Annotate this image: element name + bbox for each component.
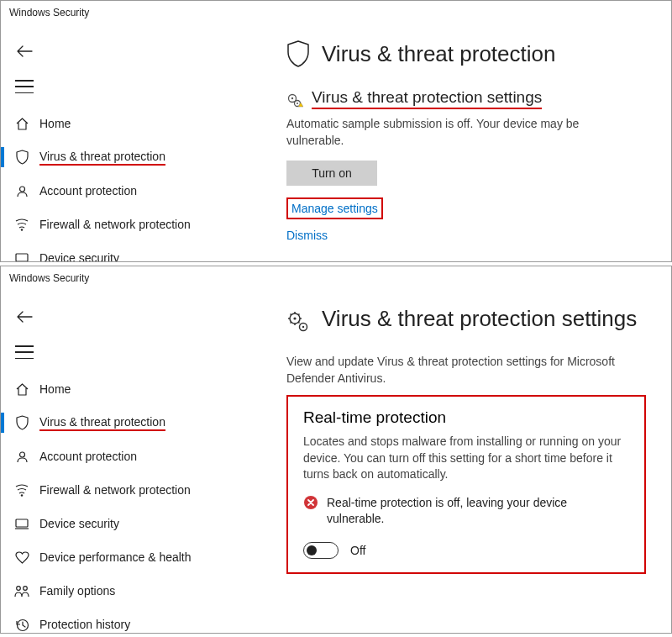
- card-title: Real-time protection: [303, 408, 629, 427]
- svg-point-1: [21, 229, 23, 230]
- nav-label: Device performance & health: [39, 550, 192, 564]
- nav-list: Home Virus & threat protection Account p…: [1, 107, 278, 262]
- back-button[interactable]: [13, 39, 36, 63]
- nav-list: Home Virus & threat protection Account p…: [1, 372, 278, 634]
- back-arrow-icon: [16, 311, 33, 323]
- home-icon: [13, 382, 31, 397]
- gears-icon: [286, 310, 310, 334]
- network-icon: [13, 484, 31, 497]
- page-title: Virus & threat protection settings: [322, 305, 637, 333]
- card-body: Locates and stops malware from installin…: [303, 434, 629, 483]
- shield-icon: [13, 415, 31, 430]
- realtime-protection-card: Real-time protection Locates and stops m…: [286, 395, 646, 574]
- svg-rect-2: [16, 254, 28, 261]
- network-icon: [13, 218, 31, 231]
- nav-label: Home: [39, 117, 71, 130]
- history-icon: [13, 618, 31, 632]
- sidebar: Home Virus & threat protection Account p…: [1, 24, 278, 262]
- svg-point-14: [293, 317, 296, 319]
- nav-device-security[interactable]: Device security: [1, 241, 278, 262]
- svg-point-7: [19, 452, 24, 457]
- nav-home[interactable]: Home: [1, 107, 278, 140]
- nav-label: Account protection: [39, 450, 137, 463]
- svg-point-11: [24, 587, 28, 591]
- turn-on-button[interactable]: Turn on: [286, 161, 377, 186]
- svg-point-4: [291, 97, 293, 99]
- nav-home[interactable]: Home: [1, 372, 278, 406]
- title-bar: Windows Security: [1, 1, 671, 24]
- dismiss-link[interactable]: Dismiss: [286, 229, 328, 242]
- toggle-label: Off: [350, 544, 365, 557]
- title-bar: Windows Security: [1, 266, 671, 290]
- page-title: Virus & threat protection: [322, 41, 555, 67]
- sidebar: Home Virus & threat protection Account p…: [1, 290, 278, 634]
- manage-settings-link[interactable]: Manage settings: [291, 202, 378, 215]
- nav-label: Firewall & network protection: [39, 218, 191, 231]
- alert-row: Real-time protection is off, leaving you…: [303, 495, 629, 527]
- home-icon: [13, 117, 31, 131]
- heart-icon: [13, 551, 31, 564]
- nav-label: Device security: [39, 517, 119, 530]
- nav-label: Device security: [39, 251, 119, 262]
- gears-warn-icon: [286, 92, 303, 109]
- window-security-2: Windows Security Home Virus & threat pro…: [0, 266, 672, 634]
- content-pane: Virus & threat protection Virus & threat…: [278, 24, 671, 262]
- nav-label: Home: [39, 382, 71, 396]
- content-pane: Virus & threat protection settings View …: [278, 290, 671, 634]
- nav-virus-threat[interactable]: Virus & threat protection: [1, 140, 278, 174]
- device-icon: [13, 518, 31, 529]
- back-arrow-icon: [16, 45, 33, 57]
- nav-account-protection[interactable]: Account protection: [1, 440, 278, 473]
- nav-label: Virus & threat protection: [39, 150, 165, 166]
- svg-point-16: [302, 326, 304, 328]
- nav-device-security[interactable]: Device security: [1, 507, 278, 540]
- section-title: Virus & threat protection settings: [312, 88, 542, 109]
- window-security-1: Windows Security Home Virus & threat pro…: [0, 0, 672, 262]
- menu-button[interactable]: [13, 344, 36, 361]
- account-icon: [13, 450, 31, 464]
- nav-firewall[interactable]: Firewall & network protection: [1, 208, 278, 241]
- page-subtitle: View and update Virus & threat protectio…: [286, 354, 639, 387]
- account-icon: [13, 184, 31, 198]
- nav-protection-history[interactable]: Protection history: [1, 608, 278, 634]
- nav-label: Firewall & network protection: [39, 483, 191, 497]
- menu-button[interactable]: [13, 78, 36, 95]
- window-title: Windows Security: [9, 272, 89, 284]
- svg-point-10: [17, 587, 21, 591]
- error-icon: [303, 495, 318, 510]
- nav-firewall[interactable]: Firewall & network protection: [1, 473, 278, 507]
- section-body: Automatic sample submission is off. Your…: [286, 116, 639, 149]
- device-icon: [13, 252, 31, 262]
- alert-message: Real-time protection is off, leaving you…: [327, 495, 612, 527]
- svg-rect-9: [16, 519, 28, 527]
- svg-point-0: [19, 187, 24, 192]
- nav-family-options[interactable]: Family options: [1, 574, 278, 608]
- shield-icon: [13, 150, 31, 165]
- back-button[interactable]: [13, 305, 36, 329]
- nav-label: Virus & threat protection: [39, 415, 165, 431]
- shield-large-icon: [286, 39, 310, 68]
- nav-label: Family options: [39, 584, 115, 598]
- nav-virus-threat[interactable]: Virus & threat protection: [1, 406, 278, 440]
- nav-account-protection[interactable]: Account protection: [1, 174, 278, 208]
- nav-device-performance[interactable]: Device performance & health: [1, 540, 278, 574]
- svg-point-8: [21, 494, 23, 496]
- realtime-toggle[interactable]: [303, 542, 339, 559]
- family-icon: [13, 584, 31, 598]
- svg-point-6: [297, 103, 298, 104]
- nav-label: Protection history: [39, 618, 130, 631]
- nav-label: Account protection: [39, 184, 137, 197]
- window-title: Windows Security: [9, 7, 89, 18]
